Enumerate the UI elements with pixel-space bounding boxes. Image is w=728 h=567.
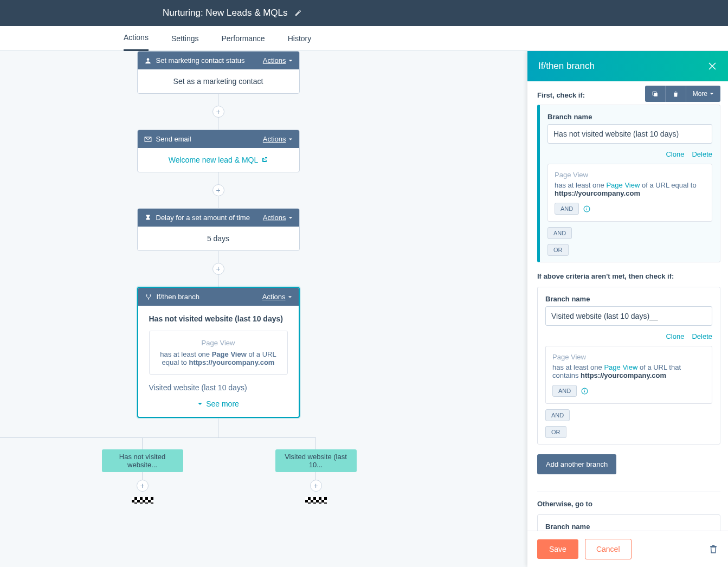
- branch-name-label: Branch name: [545, 523, 712, 531]
- card-body: 5 days: [138, 227, 299, 250]
- close-icon[interactable]: [707, 61, 717, 71]
- panel-title: If/then branch: [538, 61, 595, 72]
- caret-down-icon: [288, 137, 293, 141]
- add-action-button[interactable]: +: [212, 263, 224, 275]
- branch-1-name-input[interactable]: [547, 124, 712, 144]
- add-branch-button[interactable]: Add another branch: [537, 454, 616, 474]
- card-actions-menu[interactable]: Actions: [262, 293, 292, 301]
- or-button[interactable]: OR: [547, 244, 569, 256]
- edit-icon[interactable]: [294, 9, 302, 17]
- card-title: Delay for a set amount of time: [156, 214, 250, 222]
- and-button-outer[interactable]: AND: [545, 409, 570, 421]
- branch-2-pill[interactable]: Visited website (last 10...: [275, 449, 357, 472]
- panel-header: If/then branch: [527, 51, 728, 81]
- delete-link[interactable]: Delete: [692, 150, 712, 158]
- branch-toolbar: More: [645, 86, 720, 102]
- caret-down-icon: [288, 295, 292, 299]
- svg-rect-4: [654, 93, 658, 96]
- info-icon[interactable]: [583, 205, 590, 212]
- clone-button[interactable]: Clone: [666, 332, 684, 340]
- tabs: Actions Settings Performance History: [0, 26, 728, 51]
- and-button[interactable]: AND: [552, 385, 577, 397]
- filter-card[interactable]: Page View has at least one Page View of …: [547, 164, 712, 222]
- trash-icon[interactable]: [708, 544, 718, 554]
- canvas[interactable]: Set marketing contact status Actions Set…: [0, 51, 527, 567]
- copy-icon: [652, 91, 659, 98]
- workflow-title: Nurturing: New Leads & MQLs: [163, 8, 288, 18]
- svg-point-1: [146, 294, 147, 295]
- hourglass-icon: [144, 214, 152, 222]
- person-icon: [144, 57, 152, 65]
- delete-button[interactable]: [666, 86, 686, 102]
- branch-2-name: Visited website (last 10 days): [149, 383, 288, 392]
- add-action-button[interactable]: +: [137, 480, 149, 492]
- branch-name-label: Branch name: [547, 113, 712, 121]
- or-button[interactable]: OR: [545, 426, 566, 438]
- svg-point-2: [150, 294, 151, 295]
- add-action-button[interactable]: +: [212, 184, 224, 196]
- see-more-button[interactable]: See more: [149, 400, 288, 408]
- card-title: If/then branch: [157, 293, 200, 301]
- branch-name-label: Branch name: [545, 295, 712, 303]
- end-marker: [132, 497, 153, 504]
- card-body[interactable]: Welcome new lead & MQL: [138, 148, 299, 172]
- mail-icon: [144, 136, 152, 143]
- filter-summary: Page View has at least one Page View of …: [149, 331, 288, 375]
- caret-down-icon: [288, 59, 293, 63]
- external-link-icon: [261, 157, 268, 163]
- branch-icon: [145, 293, 152, 301]
- more-button[interactable]: More: [686, 86, 720, 102]
- top-bar: Nurturing: New Leads & MQLs: [0, 0, 728, 26]
- action-card-send-email[interactable]: Send email Actions Welcome new lead & MQ…: [137, 130, 300, 172]
- panel-footer: Save Cancel: [527, 531, 728, 567]
- cancel-button[interactable]: Cancel: [585, 539, 632, 559]
- tab-actions[interactable]: Actions: [124, 26, 149, 51]
- card-actions-menu[interactable]: Actions: [263, 56, 293, 65]
- delete-link[interactable]: Delete: [692, 332, 712, 340]
- caret-down-icon: [288, 216, 293, 220]
- tab-settings[interactable]: Settings: [171, 26, 199, 51]
- chevron-down-icon: [197, 401, 203, 407]
- branch-2-block: Branch name Clone Delete Page View has a…: [537, 287, 720, 444]
- branch-1-block: Branch name Clone Delete Page View has a…: [537, 105, 720, 262]
- svg-point-3: [147, 298, 149, 299]
- save-button[interactable]: Save: [537, 539, 578, 559]
- filter-card[interactable]: Page View has at least one Page View of …: [545, 346, 712, 404]
- card-title: Set marketing contact status: [156, 56, 245, 65]
- caret-down-icon: [710, 92, 714, 96]
- card-body: Set as a marketing contact: [138, 69, 299, 93]
- card-actions-menu[interactable]: Actions: [263, 214, 293, 222]
- card-title: Send email: [156, 135, 191, 143]
- clone-button[interactable]: Clone: [666, 150, 684, 158]
- and-button-outer[interactable]: AND: [547, 227, 572, 239]
- end-marker: [305, 497, 327, 504]
- otherwise-block: Branch name: [537, 514, 720, 531]
- side-panel: If/then branch More First, check if: Bra…: [527, 51, 728, 567]
- trash-icon: [672, 91, 679, 98]
- action-card-branch[interactable]: If/then branch Actions Has not visited w…: [137, 287, 300, 418]
- tab-history[interactable]: History: [288, 26, 312, 51]
- action-card-set-status[interactable]: Set marketing contact status Actions Set…: [137, 51, 300, 94]
- branch-1-name: Has not visited website (last 10 days): [149, 314, 288, 323]
- otherwise-label: Otherwise, go to: [537, 500, 720, 508]
- card-actions-menu[interactable]: Actions: [263, 135, 293, 143]
- add-action-button[interactable]: +: [212, 106, 224, 118]
- if-above-label: If above criteria aren't met, then check…: [537, 272, 720, 280]
- branch-2-name-input[interactable]: [545, 306, 712, 326]
- copy-button[interactable]: [645, 86, 666, 102]
- action-card-delay[interactable]: Delay for a set amount of time Actions 5…: [137, 208, 300, 251]
- add-action-button[interactable]: +: [310, 480, 322, 492]
- tab-performance[interactable]: Performance: [222, 26, 265, 51]
- svg-point-0: [146, 58, 149, 61]
- and-button[interactable]: AND: [555, 203, 579, 215]
- info-icon[interactable]: [581, 388, 588, 395]
- branch-1-pill[interactable]: Has not visited website...: [102, 449, 183, 472]
